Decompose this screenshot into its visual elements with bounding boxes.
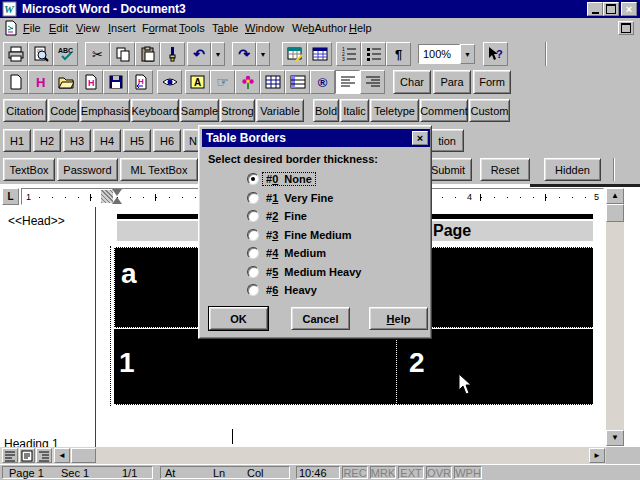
- restore-button[interactable]: [603, 2, 619, 16]
- undo-button[interactable]: ↶: [187, 42, 211, 66]
- insert-picture-button[interactable]: [235, 70, 260, 94]
- zoom-dropdown-button[interactable]: ▼: [460, 44, 475, 64]
- radio-option-fine[interactable]: #2 Fine: [247, 208, 311, 224]
- dialog-close-button[interactable]: ×: [412, 131, 428, 145]
- status-indicator-wph[interactable]: WPH: [454, 466, 482, 479]
- form-password-button[interactable]: Password: [57, 158, 118, 181]
- style-italic-button[interactable]: Italic: [340, 99, 369, 122]
- menu-help[interactable]: Help: [349, 22, 372, 34]
- format-painter-button[interactable]: [160, 42, 185, 66]
- scroll-left-button[interactable]: ◄: [54, 448, 70, 463]
- normal-view-button[interactable]: [2, 448, 18, 463]
- browser-preview-button[interactable]: [157, 70, 182, 94]
- table-grid-button[interactable]: [260, 70, 285, 94]
- align-right-button[interactable]: [360, 70, 385, 94]
- menu-tools[interactable]: Tools: [179, 22, 205, 34]
- form-hidden-button[interactable]: Hidden: [544, 158, 601, 181]
- radio-button[interactable]: [247, 229, 259, 241]
- special-char-button[interactable]: ®: [310, 70, 335, 94]
- redo-button[interactable]: ↷: [232, 42, 256, 66]
- radio-button[interactable]: [247, 210, 259, 222]
- style-h5-button[interactable]: H5: [123, 129, 151, 152]
- html-heading-button[interactable]: H: [28, 70, 53, 94]
- para-format-button[interactable]: Para: [433, 70, 471, 94]
- help-button[interactable]: ?: [483, 42, 508, 66]
- table-list-button[interactable]: [285, 70, 310, 94]
- style-bold-button[interactable]: Bold: [313, 99, 339, 122]
- print-button[interactable]: [3, 42, 28, 66]
- first-line-indent-marker[interactable]: [112, 189, 122, 196]
- hyperlink-button[interactable]: ☞: [210, 70, 235, 94]
- open-button[interactable]: [53, 70, 78, 94]
- menu-format[interactable]: Format: [142, 22, 177, 34]
- style-h4-button[interactable]: H4: [93, 129, 121, 152]
- menu-table[interactable]: Table: [212, 22, 238, 34]
- status-indicator-rec[interactable]: REC: [342, 466, 368, 479]
- bulleted-list-button[interactable]: [361, 42, 386, 66]
- page-layout-view-button[interactable]: [19, 448, 35, 463]
- form-mltextbox-button[interactable]: ML TextBox: [120, 158, 198, 181]
- radio-button-selected[interactable]: [247, 173, 259, 185]
- style-h2-button[interactable]: H2: [33, 129, 61, 152]
- paste-button[interactable]: [135, 42, 160, 66]
- scroll-down-button[interactable]: ▼: [606, 430, 624, 446]
- align-left-button[interactable]: [335, 70, 360, 94]
- print-preview-button[interactable]: [28, 42, 53, 66]
- radio-button[interactable]: [247, 266, 259, 278]
- numbered-list-button[interactable]: 123: [336, 42, 361, 66]
- document-icon[interactable]: [3, 20, 19, 36]
- scroll-right-button[interactable]: ►: [589, 448, 605, 463]
- menu-webauthor[interactable]: WebAuthor: [292, 22, 347, 34]
- style-h6-button[interactable]: H6: [153, 129, 181, 152]
- redo-dropdown-button[interactable]: ▼: [256, 42, 270, 66]
- status-indicator-ext[interactable]: EXT: [398, 466, 424, 479]
- radio-button[interactable]: [247, 284, 259, 296]
- tab-alignment-button[interactable]: L: [2, 188, 19, 205]
- table-cell-top-right[interactable]: [432, 247, 593, 328]
- menu-view[interactable]: View: [76, 22, 100, 34]
- radio-option-heavy[interactable]: #6 Heavy: [247, 282, 321, 298]
- save-html-button[interactable]: H: [78, 70, 103, 94]
- table-cell-a[interactable]: a: [114, 247, 198, 328]
- insert-table-button[interactable]: [307, 42, 332, 66]
- left-indent-marker[interactable]: [112, 197, 122, 204]
- style-strong-button[interactable]: Strong: [220, 99, 255, 122]
- cancel-button[interactable]: Cancel: [291, 307, 350, 330]
- zoom-control[interactable]: 100%: [418, 44, 460, 64]
- radio-option-very-fine[interactable]: #1 Very Fine: [247, 190, 337, 206]
- style-area-separator[interactable]: [95, 207, 96, 447]
- help-button-dialog[interactable]: Help: [369, 307, 428, 330]
- menu-edit[interactable]: Edit: [49, 22, 68, 34]
- new-document-button[interactable]: [3, 70, 28, 94]
- radio-option-none[interactable]: #0 None: [247, 171, 316, 187]
- menu-window[interactable]: Window: [245, 22, 284, 34]
- style-keyboard-button[interactable]: Keyboard: [131, 99, 179, 122]
- status-indicator-mrk[interactable]: MRK: [370, 466, 396, 479]
- style-comment-button[interactable]: Comment: [420, 99, 468, 122]
- style-citation-button[interactable]: Citation: [3, 99, 47, 122]
- form-textbox-button[interactable]: TextBox: [3, 158, 55, 181]
- cut-button[interactable]: ✂: [85, 42, 110, 66]
- save-button[interactable]: [103, 70, 128, 94]
- minimize-button[interactable]: [587, 2, 603, 16]
- dialog-title-bar[interactable]: Table Borders ×: [202, 129, 430, 147]
- radio-button[interactable]: [247, 192, 259, 204]
- scroll-up-button[interactable]: ▲: [606, 188, 624, 204]
- vertical-scroll-thumb[interactable]: [606, 204, 624, 222]
- spelling-button[interactable]: ABC: [53, 42, 78, 66]
- table-cell-2[interactable]: 2: [396, 329, 593, 405]
- radio-option-medium-heavy[interactable]: #5 Medium Heavy: [247, 264, 365, 280]
- paragraph-marks-button[interactable]: ¶: [386, 42, 411, 66]
- undo-dropdown-button[interactable]: ▼: [211, 42, 225, 66]
- copy-button[interactable]: [110, 42, 135, 66]
- status-indicator-ovr[interactable]: OVR: [426, 466, 452, 479]
- radio-option-medium[interactable]: #4 Medium: [247, 245, 330, 261]
- style-code-button[interactable]: Code: [48, 99, 79, 122]
- form-format-button[interactable]: Form: [473, 70, 511, 94]
- vertical-scrollbar[interactable]: [606, 188, 624, 446]
- outline-view-button[interactable]: [36, 448, 52, 463]
- table-cell-1[interactable]: 1: [114, 329, 396, 405]
- style-teletype-button[interactable]: Teletype: [370, 99, 419, 122]
- document-restore-button[interactable]: [618, 21, 634, 35]
- menu-file[interactable]: File: [23, 22, 41, 34]
